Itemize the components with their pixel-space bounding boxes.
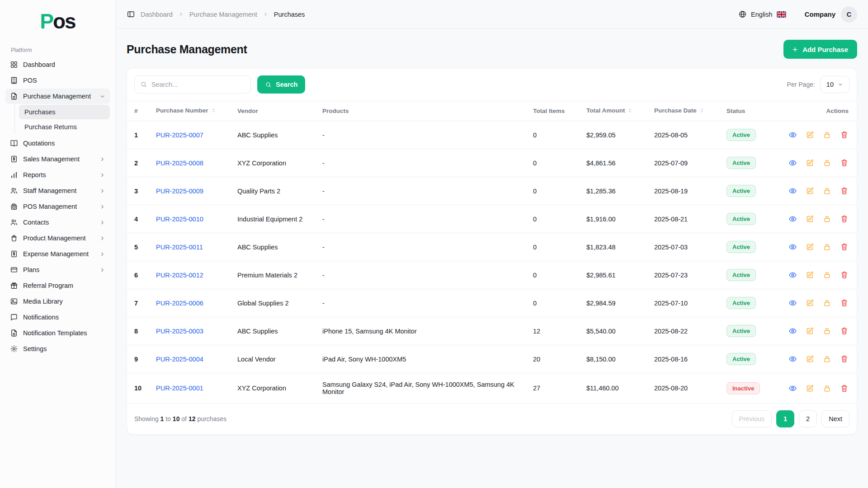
view-button[interactable] <box>788 299 797 307</box>
view-button[interactable] <box>788 159 797 167</box>
sidebar-item-reports[interactable]: Reports <box>5 167 110 183</box>
edit-button[interactable] <box>806 215 814 223</box>
column-header-total-amount[interactable]: Total Amount <box>582 101 650 121</box>
delete-button[interactable] <box>840 299 849 307</box>
actions-cell <box>775 317 857 345</box>
view-button[interactable] <box>788 271 797 279</box>
purchase-number-link[interactable]: PUR-2025-0012 <box>156 272 203 279</box>
table-head: #Purchase NumberVendorProductsTotal Item… <box>127 101 857 121</box>
lock-button[interactable] <box>823 299 831 307</box>
sidebar-item-notifications[interactable]: Notifications <box>5 310 110 325</box>
delete-button[interactable] <box>840 131 849 139</box>
purchase-number-link[interactable]: PUR-2025-0010 <box>156 216 203 223</box>
language-label: English <box>751 11 773 18</box>
search-button[interactable]: Search <box>257 75 305 94</box>
purchase-number-link[interactable]: PUR-2025-0007 <box>156 131 203 139</box>
purchase-number-link[interactable]: PUR-2025-0009 <box>156 188 203 195</box>
view-button[interactable] <box>788 215 797 223</box>
sidebar-item-pos-management[interactable]: POS Management <box>5 199 110 214</box>
sidebar-item-plans[interactable]: Plans <box>5 262 110 277</box>
delete-button[interactable] <box>840 215 849 223</box>
page-1-button[interactable]: 1 <box>776 410 794 427</box>
sidebar-item-referral-program[interactable]: Referral Program <box>5 278 110 293</box>
avatar[interactable]: C <box>841 6 857 23</box>
purchase-number-link[interactable]: PUR-2025-0011 <box>156 244 203 251</box>
lock-button[interactable] <box>823 159 831 167</box>
breadcrumb: Dashboard Purchase Management Purchases <box>127 10 305 19</box>
lock-button[interactable] <box>823 243 831 251</box>
purchase-number-link[interactable]: PUR-2025-0001 <box>156 385 203 392</box>
lock-button[interactable] <box>823 271 831 279</box>
sidebar-item-staff-management[interactable]: Staff Management <box>5 183 110 198</box>
total-amount-cell: $2,959.05 <box>582 121 650 149</box>
lock-button[interactable] <box>823 327 831 335</box>
delete-button[interactable] <box>840 355 849 363</box>
edit-button[interactable] <box>806 271 814 279</box>
purchase-number-link[interactable]: PUR-2025-0006 <box>156 300 203 307</box>
per-page-select[interactable]: 10 <box>820 76 849 93</box>
sidebar-item-product-management[interactable]: Product Management <box>5 230 110 246</box>
previous-page-button[interactable]: Previous <box>732 410 772 427</box>
column-header-purchase-date[interactable]: Purchase Date <box>650 101 722 121</box>
edit-button[interactable] <box>806 299 814 307</box>
notifications-chat-icon <box>10 313 18 321</box>
edit-button[interactable] <box>806 131 814 139</box>
language-selector[interactable]: English <box>738 10 787 19</box>
sidebar-item-expense-management[interactable]: Expense Management <box>5 246 110 262</box>
edit-button[interactable] <box>806 187 814 195</box>
lock-button[interactable] <box>823 131 831 139</box>
sort-icon[interactable] <box>211 108 217 115</box>
edit-button[interactable] <box>806 243 814 251</box>
delete-button[interactable] <box>840 159 849 167</box>
view-button[interactable] <box>788 187 797 195</box>
purchase-number-link[interactable]: PUR-2025-0004 <box>156 356 203 363</box>
view-button[interactable] <box>788 327 797 335</box>
edit-button[interactable] <box>806 384 814 393</box>
delete-button[interactable] <box>840 384 849 393</box>
purchase-number-link[interactable]: PUR-2025-0008 <box>156 160 203 167</box>
row-index: 4 <box>127 205 151 233</box>
breadcrumb-purchase-management[interactable]: Purchase Management <box>189 11 257 18</box>
view-button[interactable] <box>788 131 797 139</box>
lock-button[interactable] <box>823 355 831 363</box>
actions-cell <box>775 205 857 233</box>
purchase-date-cell: 2025-08-20 <box>650 373 722 404</box>
company-menu[interactable]: Company C <box>805 6 857 23</box>
add-purchase-button[interactable]: + Add Purchase <box>783 40 857 59</box>
sidebar-item-settings[interactable]: Settings <box>5 341 110 357</box>
sidebar-item-label: Staff Management <box>23 187 94 194</box>
sidebar-item-pos[interactable]: POS <box>5 73 110 88</box>
view-button[interactable] <box>788 243 797 251</box>
total-items-cell: 0 <box>528 205 582 233</box>
delete-button[interactable] <box>840 187 849 195</box>
view-button[interactable] <box>788 355 797 363</box>
edit-button[interactable] <box>806 355 814 363</box>
page-2-button[interactable]: 2 <box>799 410 817 427</box>
lock-button[interactable] <box>823 215 831 223</box>
edit-button[interactable] <box>806 159 814 167</box>
breadcrumb-dashboard[interactable]: Dashboard <box>141 11 173 18</box>
view-button[interactable] <box>788 384 797 393</box>
sidebar-item-purchase-returns[interactable]: Purchase Returns <box>19 120 110 134</box>
delete-button[interactable] <box>840 271 849 279</box>
sidebar-item-media-library[interactable]: Media Library <box>5 294 110 309</box>
sort-icon[interactable] <box>627 108 633 115</box>
sidebar-item-purchases[interactable]: Purchases <box>19 105 110 119</box>
sidebar-item-notification-templates[interactable]: Notification Templates <box>5 325 110 341</box>
sidebar-item-contacts[interactable]: Contacts <box>5 215 110 230</box>
edit-button[interactable] <box>806 327 814 335</box>
lock-button[interactable] <box>823 384 831 393</box>
sort-icon[interactable] <box>699 108 705 115</box>
sidebar-item-sales-management[interactable]: Sales Management <box>5 151 110 167</box>
delete-button[interactable] <box>840 243 849 251</box>
sidebar-toggle-icon[interactable] <box>127 10 135 19</box>
sidebar-item-quotations[interactable]: Quotations <box>5 136 110 151</box>
sidebar-item-dashboard[interactable]: Dashboard <box>5 57 110 72</box>
search-input[interactable] <box>151 81 245 88</box>
sidebar-item-purchase-management[interactable]: Purchase Management <box>5 89 110 104</box>
next-page-button[interactable]: Next <box>821 410 849 427</box>
delete-button[interactable] <box>840 327 849 335</box>
purchase-number-link[interactable]: PUR-2025-0003 <box>156 328 203 335</box>
column-header-purchase-number[interactable]: Purchase Number <box>151 101 233 121</box>
lock-button[interactable] <box>823 187 831 195</box>
